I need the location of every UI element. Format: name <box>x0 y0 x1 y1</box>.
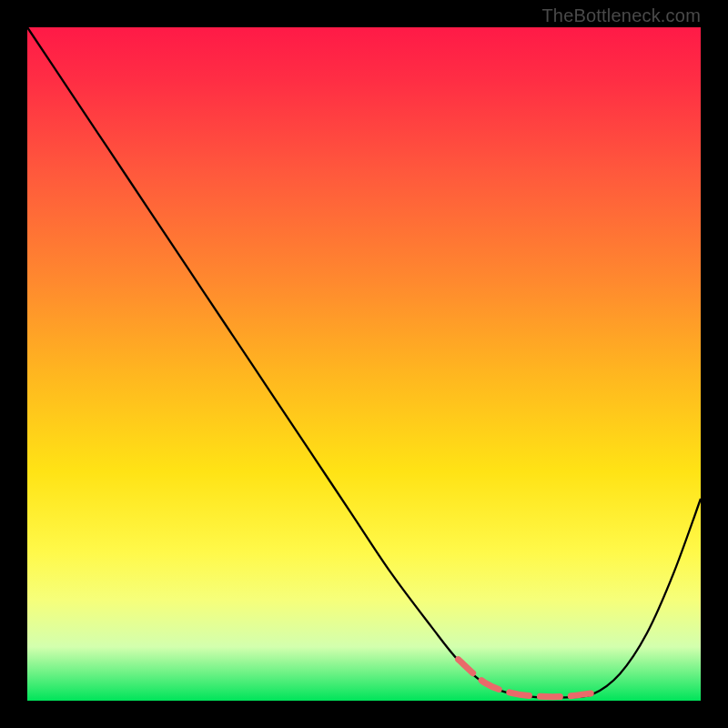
curve-svg <box>27 27 701 701</box>
bottleneck-curve <box>27 27 701 698</box>
chart-frame: TheBottleneck.com <box>0 0 728 728</box>
watermark-text: TheBottleneck.com <box>541 5 701 26</box>
plot-area <box>27 27 701 701</box>
